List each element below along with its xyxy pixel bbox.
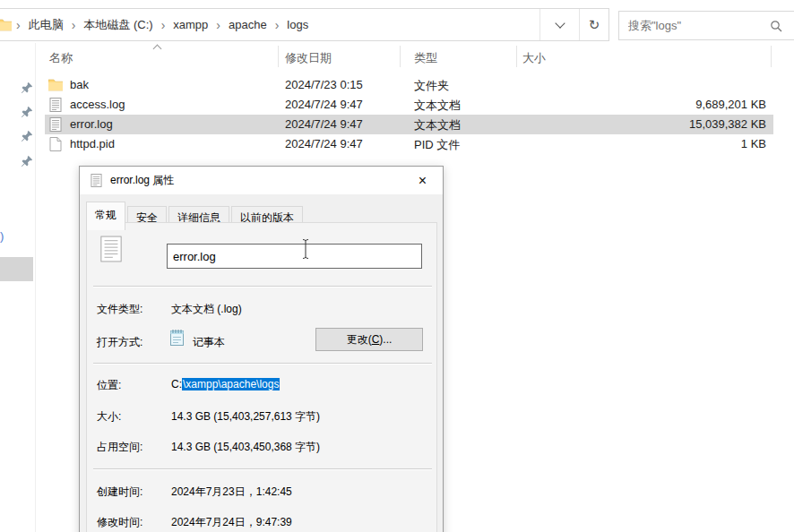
- file-row-httpd-pid[interactable]: httpd.pid 2024/7/24 9:47 PID 文件 1 KB: [45, 134, 773, 154]
- breadcrumb-xampp[interactable]: xampp: [169, 18, 211, 31]
- tab-general[interactable]: 常规: [86, 202, 125, 230]
- address-dropdown-button[interactable]: [539, 9, 579, 40]
- breadcrumb-this-pc[interactable]: 此电脑: [25, 17, 67, 33]
- breadcrumb-separator-icon: ›: [271, 18, 284, 32]
- change-button[interactable]: 更改(C)...: [315, 328, 423, 351]
- size-on-disk-value: 14.3 GB (15,403,450,368 字节): [171, 440, 320, 455]
- nav-item-label-fragment[interactable]: ): [0, 229, 4, 243]
- pin-icon: [21, 82, 33, 94]
- separator: [93, 468, 432, 470]
- nav-selected-item[interactable]: [0, 257, 33, 281]
- column-divider[interactable]: [400, 46, 401, 67]
- modified-label: 修改时间:: [97, 515, 142, 530]
- file-name: httpd.pid: [70, 137, 115, 150]
- pin-icon: [21, 130, 33, 142]
- breadcrumb-local-disk-c[interactable]: 本地磁盘 (C:): [80, 17, 156, 33]
- change-button-label: 更改(: [347, 333, 372, 346]
- modified-value: 2024年7月24日，9:47:39: [171, 515, 292, 530]
- text-file-icon: [48, 98, 63, 112]
- column-header-size[interactable]: 大小: [522, 50, 546, 66]
- file-date: 2024/7/24 9:47: [285, 98, 363, 111]
- refresh-button[interactable]: ↻: [579, 9, 608, 40]
- file-type: 文本文档: [414, 98, 461, 114]
- close-icon[interactable]: ×: [402, 167, 443, 194]
- pin-icon: [21, 106, 33, 118]
- file-row-bak[interactable]: bak 2024/7/23 0:15 文件夹: [45, 75, 773, 95]
- location-label: 位置:: [97, 378, 121, 393]
- breadcrumb-separator-icon: ›: [12, 18, 25, 32]
- chevron-down-icon: [555, 18, 565, 28]
- size-on-disk-label: 占用空间:: [97, 440, 142, 455]
- column-divider[interactable]: [516, 46, 517, 67]
- dialog-title-bar[interactable]: error.log 属性 ×: [80, 167, 443, 194]
- file-name: access.log: [70, 98, 125, 111]
- size-label: 大小:: [97, 409, 121, 425]
- separator: [93, 286, 432, 287]
- search-input[interactable]: [619, 12, 772, 39]
- breadcrumb-separator-icon: ›: [67, 18, 81, 32]
- file-type-value: 文本文档 (.log): [171, 302, 242, 317]
- folder-icon: [48, 78, 63, 92]
- breadcrumb-separator-icon: ›: [211, 18, 225, 32]
- properties-dialog: error.log 属性 × 常规 安全 详细信息 以前的版本 文件类型: 文本…: [79, 166, 444, 532]
- file-date: 2024/7/24 9:47: [285, 117, 363, 131]
- address-bar[interactable]: › 此电脑 › 本地磁盘 (C:) › xampp › apache › log…: [0, 8, 609, 41]
- open-with-label: 打开方式:: [97, 335, 142, 350]
- document-icon: [91, 174, 102, 187]
- file-size: 1 KB: [741, 137, 766, 150]
- file-type: PID 文件: [414, 137, 460, 153]
- file-type: 文本文档: [414, 117, 461, 133]
- location-prefix: C:: [171, 378, 182, 390]
- file-type: 文件夹: [414, 78, 449, 94]
- column-header-name[interactable]: 名称: [49, 50, 73, 66]
- search-icon[interactable]: [770, 20, 782, 32]
- folder-icon: [0, 19, 12, 31]
- column-header-date[interactable]: 修改日期: [285, 50, 332, 66]
- sort-ascending-icon: [153, 45, 162, 54]
- breadcrumb-separator-icon: ›: [157, 18, 170, 32]
- location-selected-text: \xampp\apache\logs: [182, 378, 280, 390]
- filename-input[interactable]: [167, 244, 422, 269]
- breadcrumb-logs[interactable]: logs: [283, 18, 312, 31]
- column-divider[interactable]: [771, 46, 772, 67]
- change-button-label-suffix: )...: [379, 333, 392, 346]
- location-value[interactable]: C:\xampp\apache\logs: [171, 378, 280, 390]
- text-file-icon: [48, 117, 63, 132]
- search-box[interactable]: [618, 11, 794, 40]
- pin-icon: [21, 155, 33, 167]
- nav-pane-divider: [35, 43, 36, 532]
- breadcrumb-apache[interactable]: apache: [225, 18, 271, 31]
- file-date: 2024/7/23 0:15: [285, 78, 363, 91]
- separator: [93, 363, 432, 365]
- document-icon-large: [99, 235, 123, 263]
- text-cursor-icon: [301, 238, 310, 260]
- file-size: 15,039,382 KB: [689, 117, 766, 131]
- explorer-window: › 此电脑 › 本地磁盘 (C:) › xampp › apache › log…: [0, 0, 794, 532]
- size-value: 14.3 GB (15,403,257,613 字节): [171, 409, 320, 425]
- created-value: 2024年7月23日，1:42:45: [171, 485, 292, 500]
- column-header-type[interactable]: 类型: [414, 50, 437, 66]
- column-divider[interactable]: [278, 46, 279, 67]
- file-name: error.log: [70, 117, 113, 131]
- dialog-title: error.log 属性: [110, 173, 174, 188]
- blank-file-icon: [48, 137, 63, 151]
- file-type-label: 文件类型:: [97, 302, 142, 317]
- notepad-icon: [169, 329, 186, 347]
- file-name: bak: [70, 78, 89, 91]
- file-row-error-log[interactable]: error.log 2024/7/24 9:47 文本文档 15,039,382…: [45, 115, 773, 134]
- file-date: 2024/7/24 9:47: [285, 137, 363, 150]
- open-with-value: 记事本: [193, 335, 225, 350]
- created-label: 创建时间:: [97, 485, 142, 500]
- file-size: 9,689,201 KB: [695, 98, 766, 111]
- file-row-access-log[interactable]: access.log 2024/7/24 9:47 文本文档 9,689,201…: [45, 95, 773, 115]
